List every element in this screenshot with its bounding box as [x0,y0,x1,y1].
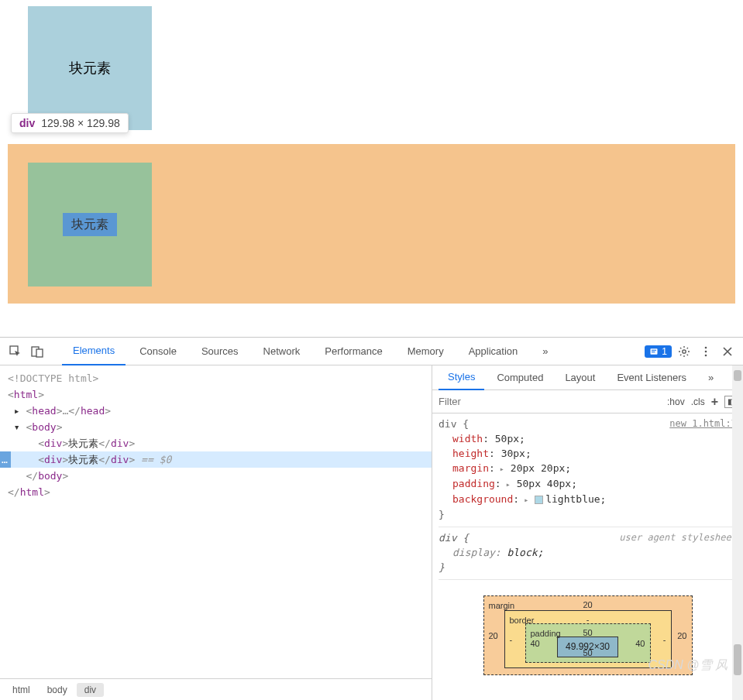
settings-icon[interactable] [675,342,693,361]
bm-padding-bottom: 50 [583,646,592,661]
cls-toggle[interactable]: .cls [691,396,705,407]
bm-border-right: - [663,632,666,647]
close-icon[interactable] [718,342,737,361]
dom-html-open[interactable]: <html> [8,386,432,403]
right-scrollbar[interactable] [732,365,743,700]
rtab-event-listeners[interactable]: Event Listeners [607,365,696,390]
tab-elements[interactable]: Elements [62,338,126,365]
bm-border-left: - [510,632,513,647]
svg-rect-4 [652,349,656,350]
block2-text: 块元素 [71,217,108,233]
dom-doctype[interactable]: <!DOCTYPE html> [8,370,432,386]
svg-rect-2 [36,349,43,357]
inspect-icon[interactable] [6,342,25,361]
devtools-tab-bar: Elements Console Sources Network Perform… [0,338,743,365]
box-model-border[interactable]: border - - - padding 50 40 40 50 49.992×… [504,610,672,668]
tab-sources[interactable]: Sources [191,338,249,365]
box-model-margin[interactable]: margin 20 20 20 border - - - padding 50 [483,595,693,675]
tab-application[interactable]: Application [458,338,529,365]
rule1-prop-width: width: 50px; [439,431,737,446]
tab-console[interactable]: Console [129,338,187,365]
rtab-styles[interactable]: Styles [439,365,484,390]
dom-tree[interactable]: <!DOCTYPE html> <html> ▸ <head>…</head> … [0,365,432,678]
devtools-panel: Elements Console Sources Network Perform… [0,337,743,700]
new-style-rule-icon[interactable]: + [711,395,718,409]
color-swatch-icon[interactable] [535,496,543,504]
page-viewport: 块元素 div 129.98 × 129.98 块元素 [0,0,743,337]
elements-panel: <!DOCTYPE html> <html> ▸ <head>…</head> … [0,365,432,700]
styles-tab-bar: Styles Computed Layout Event Listeners » [432,365,743,390]
styles-filter-input[interactable] [432,390,661,413]
box-model-padding[interactable]: padding 50 40 40 50 49.992×30 [525,623,651,663]
dom-html-close[interactable]: </html> [8,484,432,500]
content-highlight: 块元素 [63,213,117,236]
svg-point-7 [705,346,707,348]
dom-div2-selected[interactable]: <div>块元素</div> == $0 [0,451,432,468]
dom-head[interactable]: ▸ <head>…</head> [8,403,432,419]
svg-point-9 [705,354,707,356]
block-element-1: 块元素 [28,6,152,130]
bm-padding-right: 40 [635,636,645,650]
tabs-overflow[interactable]: » [531,338,559,365]
tab-network[interactable]: Network [253,338,311,365]
rule1-source-link[interactable]: new 1.html:7 [669,417,737,431]
rtab-layout[interactable]: Layout [556,365,604,390]
rule2-prop-display: display: block; [439,545,737,560]
crumb-div[interactable]: div [77,683,104,697]
rtabs-overflow[interactable]: » [699,365,723,390]
crumb-html[interactable]: html [5,683,38,697]
css-rule-ua[interactable]: user agent stylesheet div { display: blo… [439,530,737,580]
hov-toggle[interactable]: :hov [667,396,685,407]
rule1-prop-margin: margin: ▸ 20px 20px; [439,461,737,476]
dom-div1[interactable]: <div>块元素</div> [8,435,432,451]
box-model-diagram: margin 20 20 20 border - - - padding 50 [483,595,693,675]
margin-highlight: 块元素 [8,144,735,304]
issues-count: 1 [662,346,667,357]
devtools-body: <!DOCTYPE html> <html> ▸ <head>…</head> … [0,365,743,700]
styles-rules[interactable]: new 1.html:7 div { width: 50px; height: … [432,413,743,700]
kebab-menu-icon[interactable] [697,342,715,361]
svg-rect-5 [652,352,655,352]
tooltip-tagname: div [19,117,35,129]
tab-memory[interactable]: Memory [397,338,455,365]
tooltip-dimensions: 129.98 × 129.98 [41,117,120,129]
rule1-close: } [439,507,737,522]
css-rule-1[interactable]: new 1.html:7 div { width: 50px; height: … [439,417,737,527]
svg-point-8 [705,350,707,352]
rule2-close: } [439,560,737,575]
bm-padding-top: 50 [583,626,592,640]
crumb-body[interactable]: body [40,683,75,697]
tab-performance[interactable]: Performance [314,338,393,365]
styles-panel: Styles Computed Layout Event Listeners »… [432,365,743,700]
rule1-prop-padding: padding: ▸ 50px 40px; [439,476,737,492]
breadcrumb: html body div [0,678,432,700]
dom-body-open[interactable]: ▾ <body> [8,419,432,435]
bm-padding-left: 40 [531,636,540,650]
rule1-prop-background: background: ▸ lightblue; [439,492,737,507]
svg-point-6 [683,349,686,352]
rule2-source: user agent stylesheet [619,530,737,545]
padding-highlight: 块元素 [28,163,152,287]
dom-body-close[interactable]: </body> [8,468,432,484]
bm-margin-left: 20 [489,628,498,643]
block1-text: 块元素 [69,59,111,77]
rule1-prop-height: height: 30px; [439,446,737,461]
element-size-tooltip: div 129.98 × 129.98 [11,113,129,133]
issues-badge[interactable]: 1 [645,345,672,358]
bm-margin-right: 20 [677,628,686,643]
device-toggle-icon[interactable] [28,342,46,361]
rtab-computed[interactable]: Computed [487,365,552,390]
styles-filter-row: :hov .cls + ◧ [432,390,743,413]
